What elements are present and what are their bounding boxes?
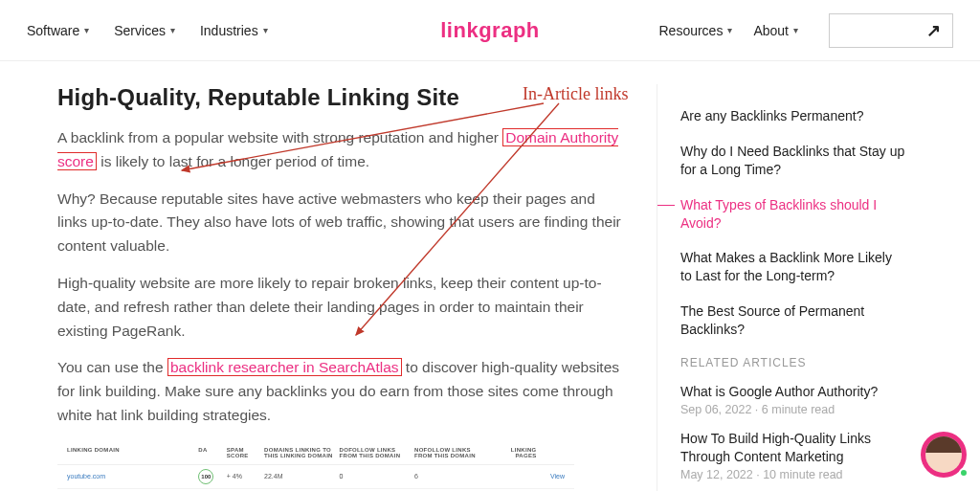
toc-item[interactable]: The Best Source of Permanent Backlinks? (680, 302, 905, 339)
sidebar: Are any Backlinks Permanent?Why do I Nee… (657, 84, 905, 491)
nav-about[interactable]: About▾ (753, 23, 798, 38)
paragraph-1: A backlink from a popular website with s… (57, 126, 622, 174)
toc-item[interactable]: Are any Backlinks Permanent? (680, 107, 905, 125)
brand-logo[interactable]: linkgraph (440, 18, 540, 43)
nav-industries[interactable]: Industries▾ (200, 23, 268, 38)
annotation-label: In-Article links (523, 84, 628, 104)
paragraph-4: You can use the backlink researcher in S… (57, 356, 622, 427)
nav-label: Software (27, 23, 79, 38)
related-title: How To Build High-Quality Links Through … (680, 430, 905, 466)
backlink-table-thumbnail: LINKING DOMAIN DA SPAM SCORE DOMAINS LIN… (57, 441, 574, 491)
nav-label: Services (114, 23, 166, 38)
highlight-box: backlink researcher in SearchAtlas (167, 358, 402, 376)
nav-label: About (753, 23, 789, 38)
nav-resources[interactable]: Resources▾ (658, 23, 732, 38)
link-backlink-researcher[interactable]: backlink researcher in SearchAtlas (167, 358, 402, 376)
table-row: youtube.com100+ 4%22.4M06View (57, 465, 574, 489)
related-header: RELATED ARTICLES (680, 356, 905, 369)
status-online-icon (959, 468, 969, 478)
toc-item[interactable]: What Types of Backlinks should I Avoid? (680, 196, 905, 233)
chevron-down-icon: ▾ (170, 25, 175, 35)
related-article[interactable]: How To Build High-Quality Links Through … (680, 430, 905, 481)
toc-item[interactable]: Why do I Need Backlinks that Stay up for… (680, 143, 905, 179)
nav-services[interactable]: Services▾ (114, 23, 175, 38)
view-link[interactable]: View (537, 473, 565, 480)
paragraph-3: High-quality website are more likely to … (57, 272, 622, 343)
table-header: LINKING DOMAIN DA SPAM SCORE DOMAINS LIN… (57, 441, 574, 465)
nav-software[interactable]: Software▾ (27, 23, 89, 38)
nav-left: Software▾ Services▾ Industries▾ (27, 23, 268, 38)
avatar (925, 436, 962, 473)
arrow-icon: ↗ (926, 20, 941, 41)
nav-label: Industries (200, 23, 258, 38)
related-meta: May 12, 2022 · 10 minute read (680, 468, 905, 481)
paragraph-2: Why? Because reputable sites have active… (57, 188, 622, 258)
search-box[interactable]: ↗ (829, 13, 953, 48)
top-nav: Software▾ Services▾ Industries▾ linkgrap… (0, 0, 980, 61)
chevron-down-icon: ▾ (727, 25, 732, 35)
da-badge: 100 (198, 469, 213, 484)
nav-right: Resources▾ About▾ ↗ (658, 13, 953, 48)
chevron-down-icon: ▾ (793, 25, 798, 35)
related-meta: Sep 06, 2022 · 6 minute read (680, 403, 905, 416)
related-article[interactable]: What is Google Author Authority?Sep 06, … (680, 383, 905, 416)
nav-label: Resources (658, 23, 723, 38)
related-title: What is Google Author Authority? (680, 383, 905, 401)
chevron-down-icon: ▾ (263, 25, 268, 35)
article-body: High-Quality, Reputable Linking Site A b… (57, 84, 622, 491)
toc-item[interactable]: What Makes a Backlink More Likely to Las… (680, 249, 905, 285)
cell-domain[interactable]: youtube.com (67, 473, 198, 480)
chevron-down-icon: ▾ (84, 25, 89, 35)
